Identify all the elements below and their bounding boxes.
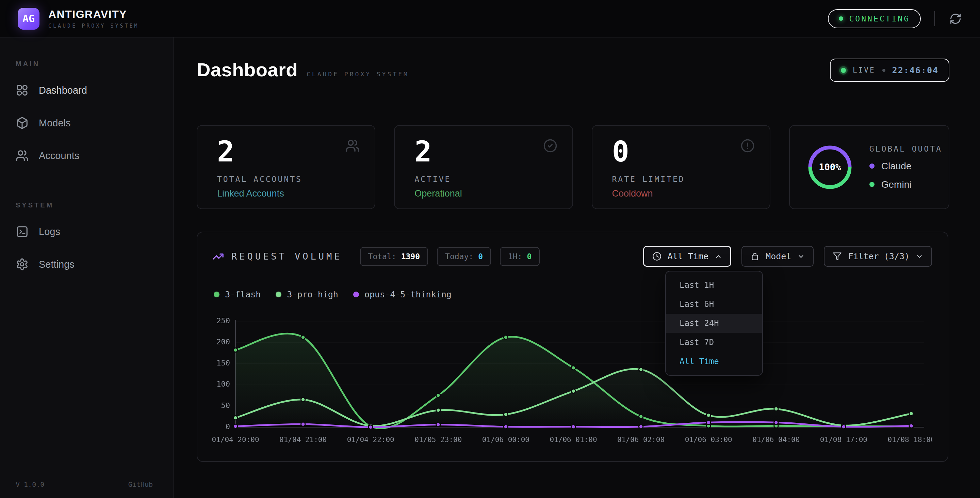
quota-ring: 100% — [806, 144, 854, 191]
users-icon — [16, 149, 29, 162]
request-volume-canvas[interactable] — [211, 308, 932, 448]
legend-item-3-pro-high: 3-pro-high — [275, 289, 338, 299]
sidebar-item-label: Models — [39, 118, 71, 129]
sidebar-item-label: Dashboard — [39, 85, 87, 96]
sidebar-item-dashboard[interactable]: Dashboard — [16, 83, 173, 98]
brand-text: ANTIGRAVITY CLAUDE PROXY SYSTEM — [48, 8, 139, 29]
connection-status-pill[interactable]: CONNECTING — [828, 9, 921, 28]
sidebar-item-label: Accounts — [39, 150, 79, 161]
refresh-icon[interactable] — [949, 12, 962, 26]
live-status-badge: LIVE 22:46:04 — [830, 59, 950, 82]
live-label: LIVE — [853, 66, 875, 74]
stat-sub: Linked Accounts — [217, 188, 360, 199]
topbar: AG ANTIGRAVITY CLAUDE PROXY SYSTEM CONNE… — [0, 0, 980, 37]
model-box-icon — [750, 252, 759, 261]
users-icon — [345, 139, 360, 153]
quota-legend-claude: Claude — [869, 161, 942, 172]
sidebar-item-label: Settings — [39, 259, 75, 270]
time-range-menu: Last 1H Last 6H Last 24H Last 7D All Tim… — [665, 271, 763, 376]
check-circle-icon — [543, 139, 557, 153]
chart-legend: 3-flash 3-pro-high opus-4-5-thinking — [214, 289, 452, 299]
series-dot-icon — [275, 292, 282, 297]
stat-value: 2 — [414, 136, 557, 167]
separator-dot-icon — [882, 69, 885, 72]
legend-item-3-flash: 3-flash — [214, 289, 261, 299]
card-active: 2 ACTIVE Operational — [394, 125, 573, 209]
status-dot-icon — [839, 16, 843, 21]
sidebar-item-accounts[interactable]: Accounts — [16, 148, 173, 163]
one-hour-badge: 1H: 0 — [500, 247, 540, 266]
stat-label: TOTAL ACCOUNTS — [217, 175, 360, 184]
menu-item-last-6h[interactable]: Last 6H — [666, 295, 762, 314]
stat-sub: Cooldown — [612, 188, 755, 199]
card-total-accounts: 2 TOTAL ACCOUNTS Linked Accounts — [197, 125, 375, 209]
clock-icon — [652, 252, 662, 261]
model-dropdown-button[interactable]: Model — [741, 246, 814, 267]
menu-item-last-1h[interactable]: Last 1H — [666, 276, 762, 295]
stat-sub: Operational — [414, 188, 557, 199]
cube-icon — [16, 117, 29, 129]
quota-percent: 100% — [806, 144, 854, 191]
sidebar-item-models[interactable]: Models — [16, 115, 173, 131]
page-title: Dashboard — [197, 59, 298, 81]
claude-dot-icon — [869, 163, 875, 169]
page-subtitle: CLAUDE PROXY SYSTEM — [307, 70, 409, 78]
filter-dropdown-button[interactable]: Filter (3/3) — [824, 246, 932, 267]
stat-label: RATE LIMITED — [612, 175, 755, 184]
live-dot-icon — [841, 68, 846, 73]
stat-value: 0 — [612, 136, 755, 167]
today-badge: Today: 0 — [437, 247, 491, 266]
alert-circle-icon — [740, 139, 755, 153]
quota-label: GLOBAL QUOTA — [869, 144, 942, 153]
chevron-up-icon — [714, 253, 722, 260]
gear-icon — [16, 258, 29, 271]
sidebar-section-main: MAIN — [16, 60, 173, 68]
app-logo: AG — [18, 8, 40, 30]
stat-value: 2 — [217, 136, 360, 167]
trending-up-icon — [212, 251, 224, 262]
card-global-quota: 100% GLOBAL QUOTA Claude Gemini — [789, 125, 950, 209]
sidebar-item-logs[interactable]: Logs — [16, 224, 173, 239]
chart-title: REQUEST VOLUME — [231, 251, 342, 262]
legend-item-opus: opus-4-5-thinking — [353, 289, 452, 299]
funnel-icon — [833, 252, 842, 261]
series-dot-icon — [214, 292, 220, 297]
connection-status-label: CONNECTING — [850, 14, 910, 23]
sidebar: MAIN Dashboard Models A — [0, 37, 173, 498]
sidebar-item-settings[interactable]: Settings — [16, 257, 173, 272]
live-clock: 22:46:04 — [892, 65, 939, 75]
chevron-down-icon — [916, 253, 923, 260]
chevron-down-icon — [797, 253, 805, 260]
main-content: Dashboard CLAUDE PROXY SYSTEM LIVE 22:46… — [173, 37, 980, 498]
gemini-dot-icon — [869, 182, 875, 187]
app-subtitle: CLAUDE PROXY SYSTEM — [48, 23, 139, 29]
series-dot-icon — [353, 292, 359, 297]
menu-item-last-24h[interactable]: Last 24H — [666, 314, 762, 333]
sidebar-item-label: Logs — [39, 226, 60, 238]
request-volume-card: REQUEST VOLUME Total: 1390 Today: 0 1H: … — [197, 231, 948, 462]
total-badge: Total: 1390 — [360, 247, 428, 266]
menu-item-all-time[interactable]: All Time — [666, 352, 762, 371]
topbar-divider — [934, 11, 935, 26]
sidebar-section-system: SYSTEM — [16, 201, 173, 209]
time-range-dropdown-button[interactable]: All Time — [643, 246, 731, 267]
stat-label: ACTIVE — [414, 175, 557, 184]
github-link[interactable]: GitHub — [128, 480, 153, 488]
dashboard-grid-icon — [16, 84, 29, 97]
app-title: ANTIGRAVITY — [48, 8, 139, 21]
card-rate-limited: 0 RATE LIMITED Cooldown — [592, 125, 770, 209]
app-version: V 1.0.0 — [16, 480, 44, 488]
quota-legend-gemini: Gemini — [869, 179, 942, 190]
menu-item-last-7d[interactable]: Last 7D — [666, 333, 762, 352]
terminal-icon — [16, 225, 29, 238]
